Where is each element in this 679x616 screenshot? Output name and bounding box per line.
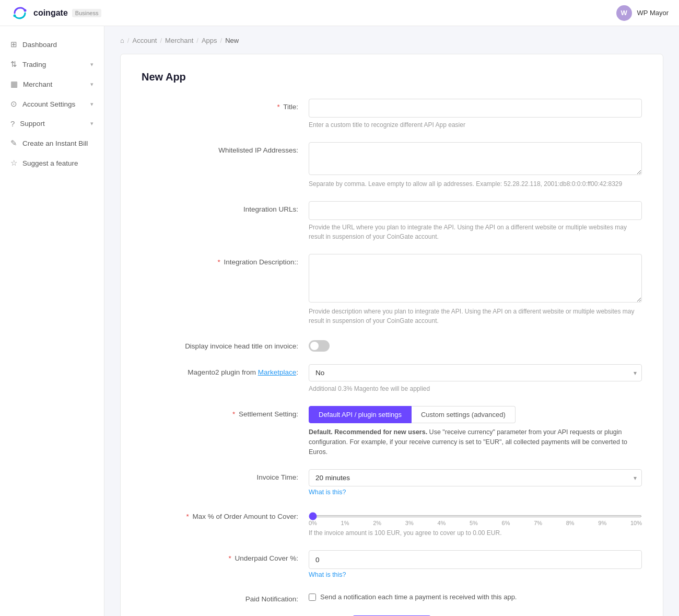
integration-urls-control-wrap: Provide the URL where you plan to integr… [309, 201, 642, 241]
underpaid-input[interactable] [309, 550, 642, 569]
underpaid-label: * Underpaid Cover %: [142, 550, 309, 562]
required-marker: * [217, 258, 220, 266]
top-navigation: coingate Business W WP Mayor [0, 0, 679, 26]
sidebar-item-label: Support [20, 120, 44, 127]
paid-notification-checkbox-row: Send a notification each time a payment … [309, 591, 642, 601]
chevron-down-icon: ▾ [90, 120, 93, 127]
svg-point-1 [14, 14, 16, 17]
main-content: ⌂ / Account / Merchant / Apps / New New … [104, 26, 679, 616]
max-percent-slider[interactable] [309, 515, 642, 517]
sidebar-item-merchant[interactable]: ▦ Merchant ▾ [0, 74, 104, 94]
sidebar-item-dashboard[interactable]: ⊞ Dashboard [0, 34, 104, 54]
max-percent-label: * Max % of Order Amount to Cover: [142, 508, 309, 520]
create-bill-icon: ✎ [10, 138, 17, 148]
breadcrumb: ⌂ / Account / Merchant / Apps / New [120, 37, 663, 44]
integration-urls-hint: Provide the URL where you plan to integr… [309, 223, 642, 241]
sidebar-item-label: Dashboard [22, 41, 57, 49]
dashboard-icon: ⊞ [10, 40, 17, 49]
trading-icon: ⇅ [10, 60, 17, 69]
integration-urls-input[interactable] [309, 201, 642, 220]
sidebar: ⊞ Dashboard ⇅ Trading ▾ ▦ Merchant ▾ ⊙ A… [0, 26, 104, 616]
svg-point-0 [24, 9, 27, 11]
marketplace-link[interactable]: Marketplace [258, 368, 297, 376]
breadcrumb-merchant[interactable]: Merchant [165, 37, 193, 44]
settlement-row: * Settlement Setting: Default API / plug… [142, 406, 642, 457]
user-avatar[interactable]: W [616, 5, 632, 21]
paid-notification-checkbox[interactable] [309, 594, 316, 601]
display-invoice-control-wrap [309, 338, 642, 352]
display-invoice-toggle[interactable] [309, 340, 330, 352]
magento-select-wrap: No Yes ▾ [309, 364, 642, 381]
magento-label: Magento2 plugin from Marketplace: [142, 364, 309, 376]
required-marker: * [277, 103, 279, 111]
whitelisted-ip-hint: Separate by comma. Leave empty to allow … [309, 179, 642, 189]
settlement-buttons: Default API / plugin settings Custom set… [309, 406, 642, 423]
logo-text: coingate [33, 8, 68, 18]
page-title: New App [142, 71, 642, 83]
integration-desc-hint: Provide description where you plan to in… [309, 307, 642, 326]
paid-notification-row: Paid Notification: Send a notification e… [142, 591, 642, 603]
magento-hint: Additional 0.3% Magento fee will be appl… [309, 384, 642, 393]
integration-desc-control-wrap: Provide description where you plan to in… [309, 254, 642, 326]
paid-notification-label: Paid Notification: [142, 591, 309, 603]
sidebar-item-label: Account Settings [22, 100, 75, 108]
topnav-right: W WP Mayor [616, 5, 669, 21]
account-settings-icon: ⊙ [10, 99, 17, 109]
topnav-left: coingate Business [10, 6, 101, 20]
whitelisted-ip-control-wrap: Separate by comma. Leave empty to allow … [309, 142, 642, 189]
invoice-time-select[interactable]: 5 minutes 10 minutes 15 minutes 20 minut… [309, 469, 642, 486]
breadcrumb-new: New [225, 37, 239, 44]
settlement-control-wrap: Default API / plugin settings Custom set… [309, 406, 642, 457]
display-invoice-label: Display invoice head title on invoice: [142, 338, 309, 350]
chevron-down-icon: ▾ [90, 81, 93, 88]
title-label: * Title: [142, 99, 309, 111]
settlement-description: Default. Recommended for new users. Use … [309, 427, 642, 457]
toggle-slider [309, 340, 330, 352]
breadcrumb-apps[interactable]: Apps [202, 37, 217, 44]
breadcrumb-account[interactable]: Account [132, 37, 157, 44]
title-hint: Enter a custom title to recognize differ… [309, 120, 642, 130]
chevron-down-icon: ▾ [90, 101, 93, 108]
sidebar-item-support[interactable]: ? Support ▾ [0, 114, 104, 133]
sidebar-item-account-settings[interactable]: ⊙ Account Settings ▾ [0, 94, 104, 114]
title-input[interactable] [309, 99, 642, 118]
sidebar-item-label: Trading [22, 61, 46, 68]
sidebar-item-label: Create an Instant Bill [22, 140, 88, 147]
new-app-card: New App * Title: Enter a custom title to… [120, 54, 663, 616]
sidebar-item-label: Merchant [23, 80, 52, 88]
coingate-logo-icon [10, 6, 29, 20]
invoice-time-row: Invoice Time: 5 minutes 10 minutes 15 mi… [142, 469, 642, 496]
integration-desc-textarea[interactable] [309, 254, 642, 303]
sidebar-item-create-instant-bill[interactable]: ✎ Create an Instant Bill [0, 133, 104, 153]
sidebar-item-suggest-feature[interactable]: ☆ Suggest a feature [0, 153, 104, 173]
integration-desc-row: * Integration Description:: Provide desc… [142, 254, 642, 326]
required-marker: * [228, 554, 231, 562]
underpaid-what-is-this-link[interactable]: What is this? [309, 571, 346, 578]
layout: ⊞ Dashboard ⇅ Trading ▾ ▦ Merchant ▾ ⊙ A… [0, 26, 679, 616]
invoice-time-control-wrap: 5 minutes 10 minutes 15 minutes 20 minut… [309, 469, 642, 496]
underpaid-control-wrap: What is this? [309, 550, 642, 578]
invoice-time-what-is-this-link[interactable]: What is this? [309, 489, 346, 496]
magento-select[interactable]: No Yes [309, 364, 642, 381]
settlement-label: * Settlement Setting: [142, 406, 309, 418]
paid-notification-text[interactable]: Send a notification each time a payment … [320, 593, 517, 601]
magento-control-wrap: No Yes ▾ Additional 0.3% Magento fee wil… [309, 364, 642, 393]
paid-notification-control-wrap: Send a notification each time a payment … [309, 591, 642, 601]
support-icon: ? [10, 119, 15, 128]
settlement-custom-button[interactable]: Custom settings (advanced) [412, 406, 516, 423]
whitelisted-ip-textarea[interactable] [309, 142, 642, 175]
magento-row: Magento2 plugin from Marketplace: No Yes… [142, 364, 642, 393]
sidebar-item-trading[interactable]: ⇅ Trading ▾ [0, 54, 104, 74]
home-icon[interactable]: ⌂ [120, 37, 124, 44]
invoice-time-select-wrap: 5 minutes 10 minutes 15 minutes 20 minut… [309, 469, 642, 486]
max-percent-control-wrap: 0% 1% 2% 3% 4% 5% 6% 7% 8% 9% 10% If the… [309, 508, 642, 538]
chevron-down-icon: ▾ [90, 61, 93, 68]
title-control-wrap: Enter a custom title to recognize differ… [309, 99, 642, 130]
integration-urls-label: Integration URLs: [142, 201, 309, 213]
user-name: WP Mayor [637, 9, 669, 17]
settlement-default-button[interactable]: Default API / plugin settings [309, 406, 412, 423]
underpaid-row: * Underpaid Cover %: What is this? [142, 550, 642, 578]
title-row: * Title: Enter a custom title to recogni… [142, 99, 642, 130]
integration-urls-row: Integration URLs: Provide the URL where … [142, 201, 642, 241]
merchant-icon: ▦ [10, 79, 18, 89]
